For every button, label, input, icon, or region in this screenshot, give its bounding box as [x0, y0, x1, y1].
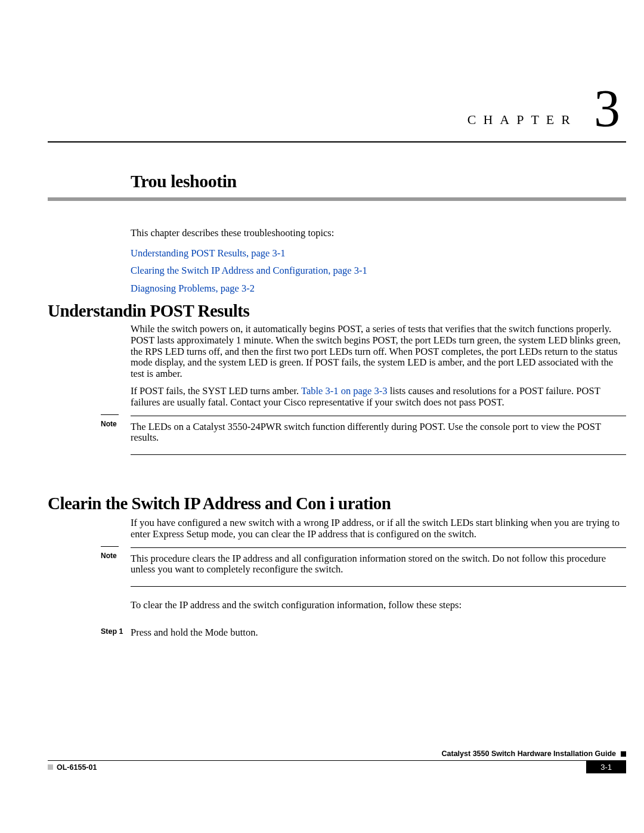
- footer-page-number: 3-1: [586, 761, 626, 773]
- divider: [48, 141, 626, 143]
- page-footer: Catalyst 3550 Switch Hardware Installati…: [48, 750, 626, 773]
- chapter-label: CHAPTER: [467, 112, 577, 128]
- note-label: Note: [101, 552, 117, 561]
- divider: [131, 454, 626, 455]
- footer-doc-id: OL-6155-01: [57, 763, 97, 772]
- chapter-title: Trou leshootin: [131, 171, 626, 191]
- chapter-number: 3: [594, 82, 620, 135]
- xref-link[interactable]: Clearing the Switch IP Address and Confi…: [131, 265, 367, 276]
- footer-guide-title: Catalyst 3550 Switch Hardware Installati…: [442, 750, 616, 758]
- section-heading: Clearin the Switch IP Address and Con i …: [48, 494, 644, 513]
- body-paragraph: If you have configured a new switch with…: [131, 518, 626, 540]
- marker-icon: [48, 764, 53, 770]
- marker-icon: [621, 751, 626, 757]
- section-post-results: Understandin POST Results While the swit…: [48, 301, 644, 321]
- step-row: Step 1 Press and hold the Mode button.: [131, 627, 626, 639]
- note-label: Note: [101, 420, 117, 429]
- note-text: This procedure clears the IP address and…: [131, 551, 626, 578]
- divider: [48, 197, 626, 201]
- divider: [131, 586, 626, 587]
- divider: [101, 414, 119, 415]
- instruction-lead: To clear the IP address and the switch c…: [131, 600, 626, 611]
- step-label: Step 1: [101, 627, 123, 636]
- note-block: Note This procedure clears the IP addres…: [131, 551, 626, 583]
- intro-block: This chapter describes these troubleshoo…: [131, 225, 626, 298]
- xref-link[interactable]: Diagnosing Problems, page 3-2: [131, 283, 255, 294]
- divider: [101, 546, 119, 547]
- section-clearing-ip: Clearin the Switch IP Address and Con i …: [48, 494, 644, 513]
- note-text: The LEDs on a Catalyst 3550-24PWR switch…: [131, 419, 626, 447]
- xref-link[interactable]: Table 3-1 on page 3-3: [301, 385, 388, 397]
- divider: [131, 416, 626, 416]
- intro-links: Understanding POST Results, page 3-1 Cle…: [131, 246, 626, 296]
- section-heading: Understandin POST Results: [48, 301, 644, 321]
- note-block: Note The LEDs on a Catalyst 3550-24PWR s…: [131, 419, 626, 451]
- step-text: Press and hold the Mode button.: [131, 627, 626, 639]
- text-span: If POST fails, the SYST LED turns amber.: [131, 385, 301, 397]
- body-paragraph: While the switch powers on, it automatic…: [131, 324, 626, 380]
- divider: [131, 547, 626, 548]
- xref-link[interactable]: Understanding POST Results, page 3-1: [131, 247, 286, 259]
- chapter-header: CHAPTER 3 Trou leshootin: [48, 80, 626, 201]
- body-paragraph: If POST fails, the SYST LED turns amber.…: [131, 386, 626, 408]
- intro-text: This chapter describes these troubleshoo…: [131, 225, 626, 241]
